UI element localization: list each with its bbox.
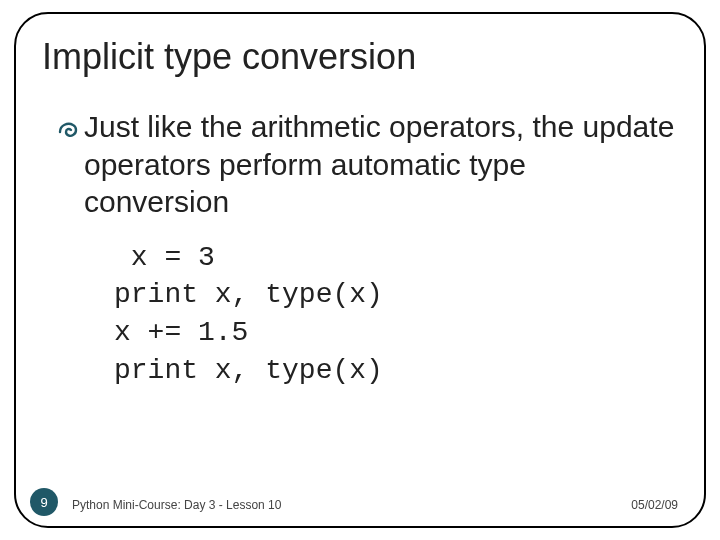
bullet-item: Just like the arithmetic operators, the … xyxy=(56,108,678,221)
code-line: x += 1.5 xyxy=(114,317,248,348)
slide-title: Implicit type conversion xyxy=(42,36,678,78)
code-line: print x, type(x) xyxy=(114,279,383,310)
slide: Implicit type conversion Just like the a… xyxy=(0,0,720,540)
code-line: x = 3 xyxy=(114,242,215,273)
footer-date: 05/02/09 xyxy=(631,498,678,512)
code-block: x = 3 print x, type(x) x += 1.5 print x,… xyxy=(114,239,678,390)
slide-body: Just like the arithmetic operators, the … xyxy=(42,108,678,390)
code-line: print x, type(x) xyxy=(114,355,383,386)
bullet-text: Just like the arithmetic operators, the … xyxy=(84,108,678,221)
swirl-bullet-icon xyxy=(56,118,80,146)
page-number-badge: 9 xyxy=(30,488,58,516)
footer-course: Python Mini-Course: Day 3 - Lesson 10 xyxy=(72,498,281,512)
